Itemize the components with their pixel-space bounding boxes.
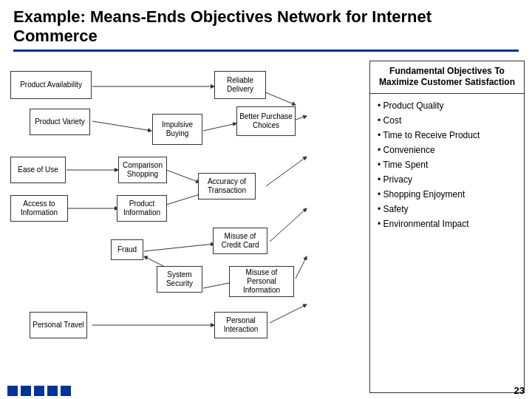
- node-access-to-information: Access to Information: [10, 195, 68, 222]
- svg-line-6: [166, 170, 200, 183]
- right-panel-item: • Convenience: [378, 143, 516, 157]
- node-better-purchase-choices: Better Purchase Choices: [236, 106, 296, 136]
- footer-squares: [7, 386, 71, 396]
- svg-line-2: [92, 121, 151, 131]
- svg-line-4: [296, 116, 307, 120]
- node-product-variety: Product Variety: [30, 109, 90, 135]
- svg-line-3: [203, 123, 236, 131]
- node-impulsive-buying: Impulsive Buying: [152, 114, 202, 145]
- node-system-security: System Security: [157, 266, 202, 293]
- svg-line-13: [296, 256, 307, 279]
- svg-line-10: [144, 244, 214, 251]
- right-panel-item: • Time to Receive Product: [378, 128, 516, 143]
- right-panel-item: • Cost: [378, 113, 516, 128]
- right-panel-item: • Environmental Impact: [378, 216, 516, 231]
- header-underline: [13, 50, 519, 52]
- node-personal-interaction: Personal Interaction: [214, 312, 267, 338]
- footer: 23: [0, 385, 532, 396]
- node-comparison-shopping: Comparison Shopping: [118, 157, 167, 183]
- diagram: Product Availability Reliable Delivery P…: [7, 61, 366, 393]
- node-reliable-delivery: Reliable Delivery: [214, 71, 266, 99]
- node-misuse-of-personal-information: Misuse of Personal Information: [229, 266, 294, 297]
- right-panel: Fundamental Objectives To Maximize Custo…: [369, 61, 525, 393]
- footer-square-4: [47, 386, 58, 396]
- right-panel-item: • Product Quality: [378, 98, 516, 113]
- main-content: Product Availability Reliable Delivery P…: [0, 56, 532, 396]
- node-product-information: Product Information: [117, 195, 167, 222]
- node-product-availability: Product Availability: [10, 71, 92, 99]
- svg-line-15: [270, 304, 307, 323]
- header: Example: Means-Ends Objectives Network f…: [0, 0, 532, 56]
- page-title: Example: Means-Ends Objectives Network f…: [13, 7, 519, 47]
- node-accuracy-of-transaction: Accuracy of Transaction: [198, 173, 256, 200]
- svg-line-7: [266, 157, 307, 186]
- right-panel-list: • Product Quality• Cost• Time to Receive…: [370, 94, 524, 392]
- node-fraud: Fraud: [111, 239, 143, 260]
- right-panel-item: • Privacy: [378, 172, 516, 187]
- svg-line-12: [203, 282, 233, 288]
- right-panel-item: • Shopping Enjoyment: [378, 187, 516, 202]
- right-panel-item: • Safety: [378, 202, 516, 216]
- footer-square-2: [21, 386, 31, 396]
- footer-square-3: [34, 386, 44, 396]
- footer-square-5: [61, 386, 71, 396]
- right-panel-header: Fundamental Objectives To Maximize Custo…: [370, 61, 524, 94]
- footer-square-1: [7, 386, 18, 396]
- node-personal-travel: Personal Travel: [30, 312, 87, 338]
- right-panel-item: • Time Spent: [378, 157, 516, 172]
- node-misuse-of-credit-card: Misuse of Credit Card: [213, 228, 267, 254]
- node-ease-of-use: Ease of Use: [10, 157, 66, 183]
- svg-line-11: [270, 208, 307, 242]
- page-number: 23: [514, 385, 525, 396]
